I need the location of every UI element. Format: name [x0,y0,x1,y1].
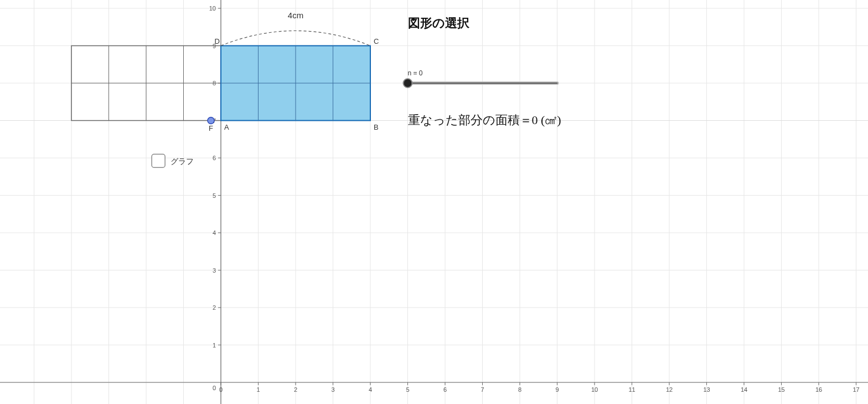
graph-checkbox-label: グラフ [170,157,194,166]
label-A: A [224,123,229,131]
geogebra-canvas[interactable]: 01234567891011121314151617123456789100AB… [0,0,868,404]
svg-text:8: 8 [518,386,521,393]
overlap-area-formula: 重なった部分の面積＝0 (㎠) [408,113,561,127]
shape-select-title: 図形の選択 [408,16,470,30]
left-rectangle [71,46,221,121]
slider-knob [404,79,412,88]
svg-text:10: 10 [209,5,216,12]
label-D: D [215,37,220,45]
label-F: F [209,124,213,132]
svg-text:12: 12 [666,386,673,393]
svg-text:1: 1 [213,342,216,349]
svg-text:0: 0 [213,385,216,391]
axes [0,0,868,404]
svg-text:15: 15 [778,386,784,393]
svg-text:9: 9 [555,386,559,393]
svg-text:4: 4 [213,229,216,236]
svg-text:14: 14 [741,386,747,393]
svg-text:0: 0 [219,386,223,393]
svg-text:5: 5 [406,386,409,393]
svg-text:10: 10 [591,386,598,393]
svg-text:2: 2 [294,386,297,393]
svg-text:6: 6 [443,386,447,393]
svg-text:5: 5 [213,192,216,199]
slider-label: n = 0 [408,69,423,77]
svg-text:16: 16 [815,386,822,393]
label-C: C [374,37,379,45]
label-B: B [374,123,379,131]
svg-text:11: 11 [628,386,635,393]
svg-text:4: 4 [369,386,372,393]
n-slider[interactable]: n = 0 [404,69,557,88]
dimension-label: 4cm [288,11,303,20]
svg-text:3: 3 [331,386,334,393]
point-F[interactable]: F [208,117,214,132]
svg-text:7: 7 [480,386,484,393]
svg-text:6: 6 [213,155,216,161]
svg-text:17: 17 [852,386,859,393]
svg-text:13: 13 [703,386,710,393]
svg-point-105 [208,117,214,124]
svg-rect-106 [152,154,165,167]
svg-text:3: 3 [213,267,216,274]
graph-checkbox[interactable]: グラフ [152,154,194,167]
blue-rectangle[interactable] [221,46,370,121]
svg-text:2: 2 [213,304,216,311]
svg-text:1: 1 [256,386,260,393]
grid-light [0,0,868,404]
